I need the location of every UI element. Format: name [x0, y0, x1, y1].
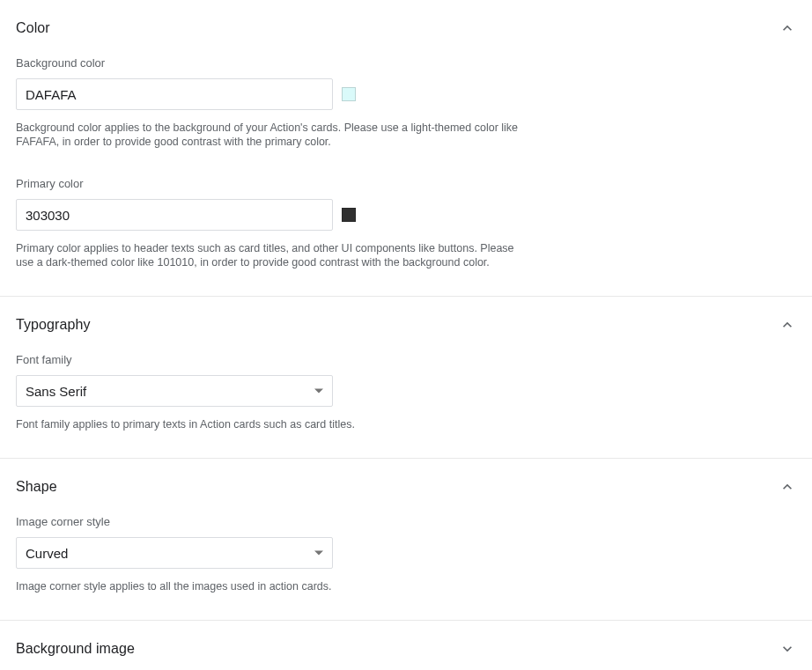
image-corner-style-label: Image corner style: [16, 515, 812, 528]
font-family-label: Font family: [16, 353, 812, 366]
font-family-help: Font family applies to primary texts in …: [16, 417, 520, 431]
caret-down-icon: [314, 551, 323, 556]
primary-color-label: Primary color: [16, 177, 812, 190]
section-title-color: Color: [16, 20, 50, 36]
caret-down-icon: [314, 389, 323, 394]
chevron-up-icon: [779, 478, 796, 496]
background-color-row: [16, 78, 812, 110]
primary-color-input[interactable]: [16, 199, 333, 231]
section-color: Color Background color Background color …: [0, 0, 812, 297]
primary-color-swatch[interactable]: [342, 208, 356, 222]
primary-color-help: Primary color applies to header texts su…: [16, 241, 520, 269]
section-header-shape[interactable]: Shape: [16, 459, 812, 496]
background-color-swatch[interactable]: [342, 87, 356, 101]
section-background-image: Background image: [0, 621, 812, 670]
chevron-up-icon: [779, 19, 796, 37]
font-family-field: Font family Sans Serif Font family appli…: [16, 353, 812, 431]
section-title-shape: Shape: [16, 479, 57, 495]
image-corner-style-field: Image corner style Curved Image corner s…: [16, 515, 812, 593]
section-shape: Shape Image corner style Curved Image co…: [0, 459, 812, 621]
font-family-value: Sans Serif: [26, 384, 323, 399]
chevron-down-icon: [779, 640, 796, 658]
section-header-background-image[interactable]: Background image: [16, 621, 812, 658]
background-color-field: Background color Background color applie…: [16, 56, 812, 149]
primary-color-field: Primary color Primary color applies to h…: [16, 177, 812, 269]
image-corner-style-value: Curved: [26, 546, 323, 561]
image-corner-style-row: Curved: [16, 537, 812, 569]
section-header-typography[interactable]: Typography: [16, 297, 812, 334]
background-color-label: Background color: [16, 56, 812, 70]
font-family-row: Sans Serif: [16, 375, 812, 407]
section-title-background-image: Background image: [16, 641, 135, 657]
section-header-color[interactable]: Color: [16, 0, 812, 37]
primary-color-row: [16, 199, 812, 231]
image-corner-style-help: Image corner style applies to all the im…: [16, 579, 520, 593]
image-corner-style-select[interactable]: Curved: [16, 537, 333, 569]
background-color-help: Background color applies to the backgrou…: [16, 121, 520, 149]
font-family-select[interactable]: Sans Serif: [16, 375, 333, 407]
section-title-typography: Typography: [16, 317, 91, 333]
section-typography: Typography Font family Sans Serif Font f…: [0, 297, 812, 459]
background-color-input[interactable]: [16, 78, 333, 110]
chevron-up-icon: [779, 316, 796, 334]
